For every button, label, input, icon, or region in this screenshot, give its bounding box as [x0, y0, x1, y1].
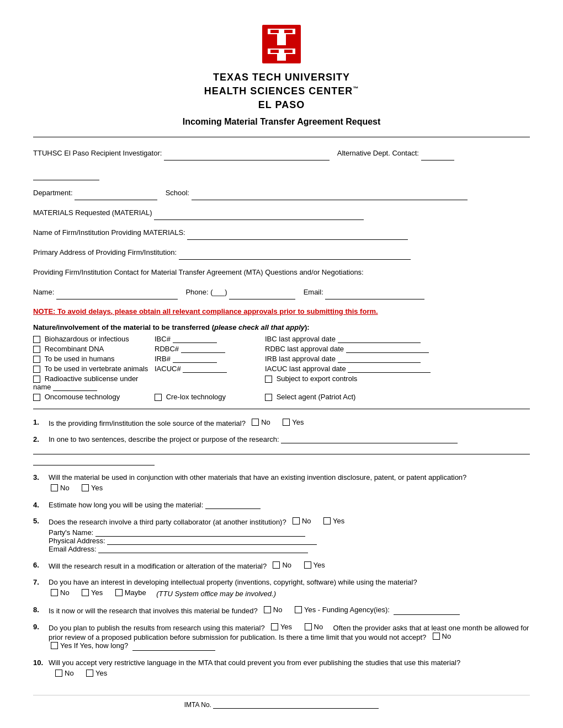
university-name: TEXAS TECH UNIVERSITY HEALTH SCIENCES CE…: [33, 71, 530, 113]
q5-party-field[interactable]: [95, 529, 305, 537]
biohazard-checkbox[interactable]: [33, 336, 40, 343]
recipient-field[interactable]: [164, 153, 330, 160]
q9-yes-checkbox[interactable]: [271, 623, 278, 630]
phone-label: Phone: (___): [185, 288, 227, 296]
firm-name-label: Name of Firm/Institution Providing MATER…: [33, 228, 185, 237]
q3-num: 3.: [33, 473, 49, 481]
q3-yes-checkbox[interactable]: [82, 484, 89, 491]
q8-yes-checkbox[interactable]: [295, 606, 302, 613]
imta-field[interactable]: [213, 701, 379, 709]
export-checkbox[interactable]: [265, 376, 272, 383]
email-field[interactable]: [325, 292, 424, 299]
iacuc-date-field[interactable]: [348, 365, 431, 373]
name-field[interactable]: [56, 292, 178, 299]
nature-row-2: Recombinant DNA RDBC# RDBC last approval…: [33, 345, 530, 353]
question-4: 4. Estimate how long you will be using t…: [33, 501, 530, 509]
form-title: Incoming Material Transfer Agreement Req…: [33, 117, 530, 127]
nature-row-4: To be used in vertebrate animals IACUC# …: [33, 365, 530, 373]
logo-container: [33, 22, 530, 66]
q7-yes-checkbox[interactable]: [82, 589, 89, 596]
q5-text: Does the research involve a third party …: [49, 517, 347, 526]
nature-col3-6: Select agent (Patriot Act): [265, 393, 530, 401]
compliance-note: NOTE: To avoid delays, please obtain all…: [33, 307, 530, 315]
q1-text: Is the providing firm/institution the so…: [49, 418, 306, 427]
q10-options: No Yes: [33, 669, 530, 678]
humans-checkbox[interactable]: [33, 356, 40, 363]
nature-col1-4: To be used in vertebrate animals: [33, 365, 155, 373]
rdbc-date-field[interactable]: [346, 345, 429, 353]
q9-num: 9.: [33, 623, 49, 631]
irb-date-field[interactable]: [338, 355, 421, 363]
question-8: 8. Is it now or will the research that i…: [33, 606, 530, 615]
q7-num: 7.: [33, 578, 49, 586]
q6-yes-checkbox[interactable]: [304, 561, 311, 569]
q10-num: 10.: [33, 659, 49, 667]
q9-sub-yes-checkbox[interactable]: [51, 642, 58, 649]
question-9: 9. Do you plan to publish the results fr…: [33, 623, 530, 651]
q8-agency-field[interactable]: [394, 607, 460, 615]
q1-no-checkbox[interactable]: [252, 419, 259, 426]
q5-party-row: Party's Name:: [33, 528, 530, 537]
q9-no-checkbox[interactable]: [305, 623, 312, 630]
q2-line2[interactable]: [33, 446, 530, 454]
materials-field[interactable]: [154, 212, 364, 220]
q6-num: 6.: [33, 561, 49, 569]
q10-yes-checkbox[interactable]: [86, 670, 93, 677]
q7-maybe-checkbox[interactable]: [115, 589, 123, 596]
select-agent-checkbox[interactable]: [265, 394, 272, 401]
radioactive-checkbox[interactable]: [33, 376, 40, 383]
q8-no-checkbox[interactable]: [264, 606, 271, 613]
q2-field[interactable]: [281, 436, 458, 443]
q5-physical-row: Physical Address:: [33, 537, 530, 545]
contact-intro-row: Providing Firm/Institution Contact for M…: [33, 265, 530, 280]
q2-line3[interactable]: [33, 457, 155, 465]
vertebrate-checkbox[interactable]: [33, 366, 40, 373]
q5-num: 5.: [33, 517, 49, 525]
ibc-field[interactable]: [173, 335, 217, 343]
q8-text: Is it now or will the research that invo…: [49, 606, 460, 615]
recipient-investigator-row: TTUHSC El Paso Recipient Investigator: A…: [33, 146, 530, 160]
q9-howlong-field[interactable]: [132, 643, 215, 651]
firm-address-label: Primary Address of Providing Firm/Instit…: [33, 248, 177, 256]
q6-no-checkbox[interactable]: [273, 561, 280, 569]
irb-field[interactable]: [173, 355, 217, 363]
q2-num: 2.: [33, 435, 49, 443]
ibc-date-field[interactable]: [338, 335, 421, 343]
q5-yes-checkbox[interactable]: [323, 517, 331, 524]
nature-section-title: Nature/involvement of the material to be…: [33, 323, 530, 331]
nature-col2-6: Cre-lox technology: [155, 393, 265, 401]
question-3: 3. Will the material be used in conjunct…: [33, 473, 530, 493]
q3-text: Will the material be used in conjunction…: [49, 473, 466, 481]
q5-physical-field[interactable]: [107, 537, 317, 545]
imta-label: IMTA No.: [184, 701, 211, 709]
q6-text: Will the research result in a modificati…: [49, 561, 327, 570]
firm-name-field[interactable]: [187, 232, 408, 240]
alt-dept-field[interactable]: [421, 153, 454, 160]
school-field[interactable]: [192, 192, 468, 200]
phone-field[interactable]: [229, 292, 295, 299]
alt-dept-field-cont[interactable]: [33, 173, 99, 180]
dept-field[interactable]: [75, 192, 157, 200]
q10-text: Will you accept very restrictive languag…: [49, 659, 460, 667]
nature-col3-2: RDBC last approval date: [265, 345, 530, 353]
alt-dept-label: Alternative Dept. Contact:: [337, 149, 419, 157]
q4-num: 4.: [33, 501, 49, 509]
q4-field[interactable]: [205, 501, 261, 509]
q3-no-checkbox[interactable]: [51, 484, 58, 491]
iacuc-field[interactable]: [183, 365, 227, 373]
university-logo: [259, 22, 304, 66]
q1-yes-checkbox[interactable]: [283, 419, 290, 426]
cre-lox-checkbox[interactable]: [155, 394, 162, 401]
q5-email-field[interactable]: [98, 545, 308, 553]
q9-sub-no-checkbox[interactable]: [433, 633, 440, 640]
rdbc-checkbox[interactable]: [33, 346, 40, 353]
radioactive-field[interactable]: [53, 383, 97, 391]
oncomouse-checkbox[interactable]: [33, 394, 40, 401]
firm-address-field[interactable]: [179, 252, 411, 260]
rdbc-field[interactable]: [181, 345, 225, 353]
nature-col3-5: Subject to export controls: [265, 374, 530, 383]
q5-no-checkbox[interactable]: [293, 517, 300, 524]
q10-no-checkbox[interactable]: [55, 670, 62, 677]
svg-rect-7: [270, 50, 279, 53]
q7-no-checkbox[interactable]: [51, 589, 58, 596]
